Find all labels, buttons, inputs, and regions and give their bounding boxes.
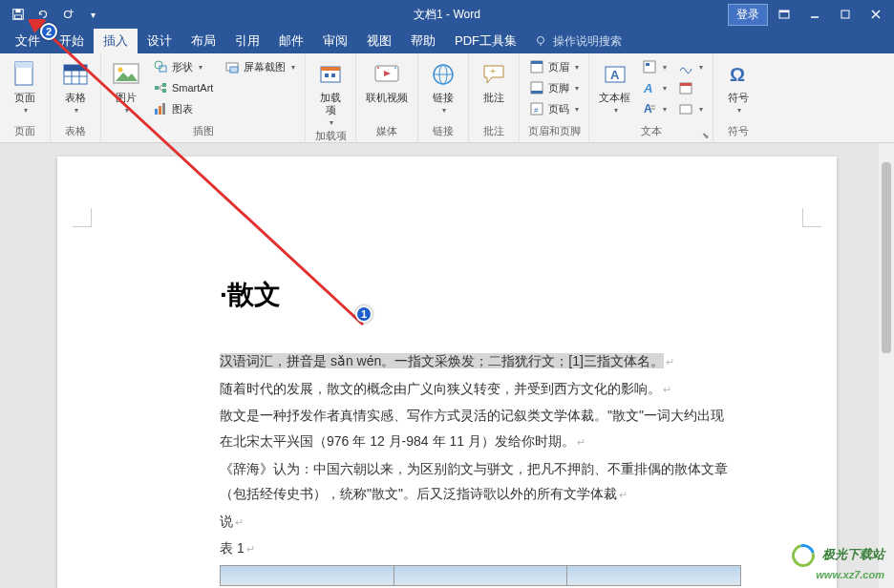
svg-point-38 bbox=[394, 67, 396, 69]
paragraph: （包括经传史书），统称"散文"。后又泛指诗歌以外的所有文学体裁 bbox=[220, 481, 741, 507]
tab-design[interactable]: 设计 bbox=[138, 29, 181, 53]
svg-rect-25 bbox=[162, 83, 166, 87]
svg-rect-59 bbox=[680, 105, 692, 114]
svg-point-21 bbox=[118, 68, 123, 73]
dialog-launcher[interactable]: ⬊ bbox=[702, 131, 710, 140]
chevron-down-icon: ▾ bbox=[442, 106, 446, 115]
svg-rect-31 bbox=[230, 67, 238, 73]
scrollbar-thumb[interactable] bbox=[882, 162, 891, 353]
document-body[interactable]: 散文 汉语词汇，拼音是 sǎn wén。一指文采焕发；二指犹行文；[1]三指文体… bbox=[220, 269, 741, 586]
svg-rect-28 bbox=[159, 106, 161, 115]
svg-rect-13 bbox=[15, 62, 32, 68]
tab-mailings[interactable]: 邮件 bbox=[269, 29, 313, 53]
ribbon-display-options[interactable] bbox=[770, 3, 798, 26]
picture-icon bbox=[111, 59, 141, 90]
login-button[interactable]: 登录 bbox=[728, 4, 768, 26]
datetime-button[interactable] bbox=[674, 78, 707, 97]
svg-rect-35 bbox=[331, 74, 335, 77]
group-text: A 文本框 ▾ ▾ A▾ A▾ ▾ ▾ 文本 ⬊ bbox=[589, 53, 713, 142]
paragraph: 散文是一种抒发作者真情实感、写作方式灵活的记叙类文学体裁。"散文"一词大约出现 bbox=[220, 403, 741, 429]
save-button[interactable] bbox=[8, 4, 29, 25]
pages-button[interactable]: 页面 ▾ bbox=[6, 57, 44, 116]
tab-help[interactable]: 帮助 bbox=[401, 29, 445, 53]
header-button[interactable]: 页眉▾ bbox=[525, 57, 583, 76]
online-video-button[interactable]: 联机视频 bbox=[362, 57, 412, 106]
svg-text:Ω: Ω bbox=[730, 64, 745, 85]
comment-icon: + bbox=[479, 59, 509, 90]
table-icon bbox=[60, 59, 91, 90]
chevron-down-icon: ▾ bbox=[614, 106, 618, 115]
tab-layout[interactable]: 布局 bbox=[181, 29, 225, 53]
tab-pdf-tools[interactable]: PDF工具集 bbox=[445, 29, 526, 53]
table-row bbox=[220, 565, 741, 586]
link-icon bbox=[428, 59, 458, 90]
pictures-button[interactable]: 图片 ▾ bbox=[107, 57, 145, 116]
maximize-button[interactable] bbox=[831, 3, 860, 26]
svg-rect-58 bbox=[680, 83, 692, 86]
page-icon bbox=[10, 59, 40, 90]
smartart-button[interactable]: SmartArt bbox=[149, 78, 217, 97]
page-number-button[interactable]: # 页码▾ bbox=[525, 99, 583, 118]
quickparts-button[interactable]: ▾ bbox=[638, 57, 670, 76]
title-bar: ▾ 文档1 - Word 登录 bbox=[0, 0, 894, 29]
links-button[interactable]: 链接 ▾ bbox=[424, 57, 462, 116]
qat-customize[interactable]: ▾ bbox=[82, 4, 103, 25]
annotation-badge-2: 2 bbox=[40, 23, 57, 40]
shapes-button[interactable]: 形状▾ bbox=[149, 57, 217, 76]
svg-rect-1 bbox=[15, 10, 20, 13]
undo-button[interactable] bbox=[32, 4, 53, 25]
video-icon bbox=[372, 59, 402, 90]
table-button[interactable]: 表格 ▾ bbox=[56, 57, 95, 116]
close-button[interactable] bbox=[862, 3, 890, 26]
textbox-icon: A bbox=[600, 59, 630, 90]
screenshot-icon bbox=[224, 59, 240, 74]
svg-text:A: A bbox=[610, 68, 620, 82]
document-area[interactable]: 散文 汉语词汇，拼音是 sǎn wén。一指文采焕发；二指犹行文；[1]三指文体… bbox=[0, 143, 894, 588]
svg-rect-51 bbox=[644, 61, 655, 73]
group-header-footer: 页眉▾ 页脚▾ # 页码▾ 页眉和页脚 bbox=[520, 53, 589, 142]
shapes-icon bbox=[153, 59, 168, 74]
chart-button[interactable]: 图表 bbox=[149, 99, 217, 118]
tab-insert[interactable]: 插入 bbox=[94, 29, 138, 53]
footer-button[interactable]: 页脚▾ bbox=[525, 78, 583, 97]
wordart-icon: A bbox=[642, 80, 657, 95]
svg-text:A: A bbox=[643, 81, 652, 95]
menu-bar: 文件 开始 插入 设计 布局 引用 邮件 审阅 视图 帮助 PDF工具集 操作说… bbox=[0, 29, 894, 53]
svg-rect-2 bbox=[15, 15, 22, 19]
signature-button[interactable]: ▾ bbox=[674, 57, 707, 76]
screenshot-button[interactable]: 屏幕截图▾ bbox=[221, 57, 299, 76]
symbol-button[interactable]: Ω 符号 ▾ bbox=[719, 57, 757, 116]
tab-review[interactable]: 审阅 bbox=[313, 29, 357, 53]
dropcap-button[interactable]: A▾ bbox=[638, 99, 670, 118]
group-comments: + 批注 批注 bbox=[469, 53, 520, 142]
wordart-button[interactable]: A▾ bbox=[638, 78, 670, 97]
svg-rect-34 bbox=[325, 74, 329, 77]
page: 散文 汉语词汇，拼音是 sǎn wén。一指文采焕发；二指犹行文；[1]三指文体… bbox=[57, 157, 837, 588]
paragraph: 说 bbox=[220, 509, 741, 535]
svg-rect-44 bbox=[531, 61, 543, 64]
textbox-button[interactable]: A 文本框 ▾ bbox=[595, 57, 634, 116]
svg-rect-52 bbox=[646, 63, 649, 66]
svg-rect-29 bbox=[162, 103, 165, 115]
comment-button[interactable]: + 批注 bbox=[475, 57, 513, 106]
tab-references[interactable]: 引用 bbox=[225, 29, 269, 53]
object-button[interactable]: ▾ bbox=[674, 99, 707, 118]
margin-corner bbox=[802, 208, 821, 227]
tab-view[interactable]: 视图 bbox=[357, 29, 401, 53]
group-illustrations: 图片 ▾ 形状▾ SmartArt 图表 bbox=[101, 53, 306, 142]
quick-access-toolbar: ▾ bbox=[0, 4, 103, 25]
group-pages: 页面 ▾ 页面 bbox=[0, 53, 51, 142]
group-tables: 表格 ▾ 表格 bbox=[51, 53, 101, 142]
footer-icon bbox=[529, 80, 544, 95]
addins-button[interactable]: 加载 项 ▾ bbox=[311, 57, 350, 129]
group-addins: 加载 项 ▾ 加载项 bbox=[306, 53, 356, 142]
vertical-scrollbar[interactable] bbox=[879, 143, 894, 588]
smartart-icon bbox=[153, 80, 168, 95]
minimize-button[interactable] bbox=[800, 3, 829, 26]
margin-corner bbox=[73, 208, 92, 227]
tell-me-search[interactable]: 操作说明搜索 bbox=[534, 33, 622, 50]
watermark: 极光下载站 www.xz7.com bbox=[792, 544, 884, 582]
svg-rect-27 bbox=[155, 109, 158, 115]
redo-button[interactable] bbox=[57, 4, 78, 25]
chevron-down-icon: ▾ bbox=[125, 106, 129, 115]
